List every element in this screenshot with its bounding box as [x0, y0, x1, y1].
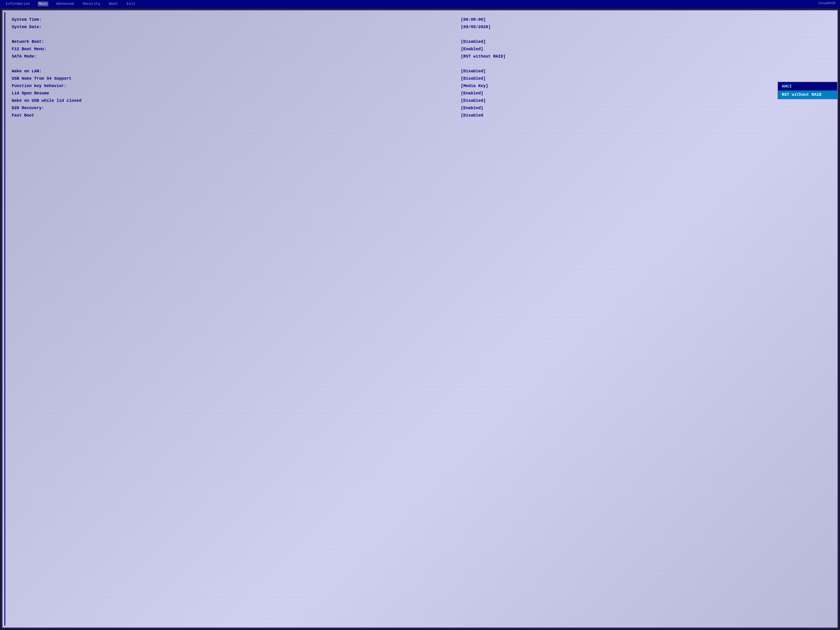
- bios-screen: Information Main Advanced Security Boot …: [0, 0, 840, 630]
- usb-wake-s4-row: USB Wake from S4 Support [Disabled]: [12, 76, 828, 83]
- f12-boot-menu-value[interactable]: [Enabled]: [461, 47, 483, 51]
- nav-item-boot[interactable]: Boot: [108, 2, 119, 6]
- sata-option-ahci[interactable]: AHCI: [778, 82, 837, 90]
- sata-option-rst[interactable]: RST without RAID: [778, 90, 837, 99]
- f12-boot-menu-row: F12 Boot Menu: [Enabled]: [12, 47, 828, 53]
- system-time-value[interactable]: [06:08:00]: [461, 17, 486, 22]
- settings-table: System Time: [06:08:00] System Date: [09…: [12, 17, 828, 120]
- fast-boot-value[interactable]: [Disabled: [461, 113, 483, 118]
- wake-usb-lid-row: Wake on USB while lid closed [Disabled]: [12, 98, 828, 105]
- nav-item-exit[interactable]: Exit: [126, 2, 136, 6]
- function-key-row: Function key behavior: [Media Key]: [12, 84, 828, 90]
- system-date-value[interactable]: [09/05/2020]: [461, 25, 491, 29]
- network-boot-row: Network Boot: [Disabled]: [12, 39, 828, 46]
- nav-item-security[interactable]: Security: [82, 2, 101, 6]
- nav-bar: Information Main Advanced Security Boot …: [0, 0, 840, 8]
- sata-mode-label: SATA Mode:: [12, 54, 461, 59]
- spacer-2: [12, 62, 828, 68]
- function-key-label: Function key behavior:: [12, 84, 461, 88]
- d2d-recovery-label: D2D Recovery:: [12, 106, 461, 110]
- network-boot-label: Network Boot:: [12, 39, 461, 44]
- nav-item-main[interactable]: Main: [38, 2, 48, 6]
- system-time-row: System Time: [06:08:00]: [12, 17, 828, 24]
- spacer-1: [12, 32, 828, 38]
- usb-wake-s4-value[interactable]: [Disabled]: [461, 76, 486, 81]
- bios-brand: InsydeH2O: [818, 2, 835, 5]
- wake-on-lan-label: Wake on LAN:: [12, 69, 461, 73]
- nav-item-advanced[interactable]: Advanced: [55, 2, 75, 6]
- lid-open-resume-value[interactable]: [Enabled]: [461, 91, 483, 96]
- wake-on-lan-row: Wake on LAN: [Disabled]: [12, 69, 828, 75]
- sata-mode-row: SATA Mode: [RST without RAID]: [12, 54, 828, 60]
- main-content-area: System Time: [06:08:00] System Date: [09…: [2, 9, 838, 628]
- wake-on-lan-value[interactable]: [Disabled]: [461, 69, 486, 73]
- d2d-recovery-row: D2D Recovery: [Enabled]: [12, 106, 828, 112]
- left-border-decoration: [5, 12, 5, 625]
- sata-mode-dropdown[interactable]: AHCI RST without RAID: [778, 82, 837, 99]
- f12-boot-menu-label: F12 Boot Menu:: [12, 47, 461, 51]
- system-date-row: System Date: [09/05/2020]: [12, 25, 828, 31]
- function-key-value[interactable]: [Media Key]: [461, 84, 488, 88]
- nav-menu: Information Main Advanced Security Boot …: [5, 2, 136, 6]
- wake-usb-lid-label: Wake on USB while lid closed: [12, 98, 461, 103]
- network-boot-value[interactable]: [Disabled]: [461, 39, 486, 44]
- system-time-label: System Time:: [12, 17, 461, 22]
- wake-usb-lid-value[interactable]: [Disabled]: [461, 98, 486, 103]
- usb-wake-s4-label: USB Wake from S4 Support: [12, 76, 461, 81]
- sata-mode-value[interactable]: [RST without RAID]: [461, 54, 505, 59]
- lid-open-resume-label: Lid Open Resume: [12, 91, 461, 96]
- d2d-recovery-value[interactable]: [Enabled]: [461, 106, 483, 110]
- system-date-label: System Date:: [12, 25, 461, 29]
- fast-boot-label: Fast Boot: [12, 113, 461, 118]
- nav-item-information[interactable]: Information: [5, 2, 31, 6]
- lid-open-resume-row: Lid Open Resume [Enabled]: [12, 91, 828, 97]
- fast-boot-row: Fast Boot [Disabled: [12, 113, 828, 120]
